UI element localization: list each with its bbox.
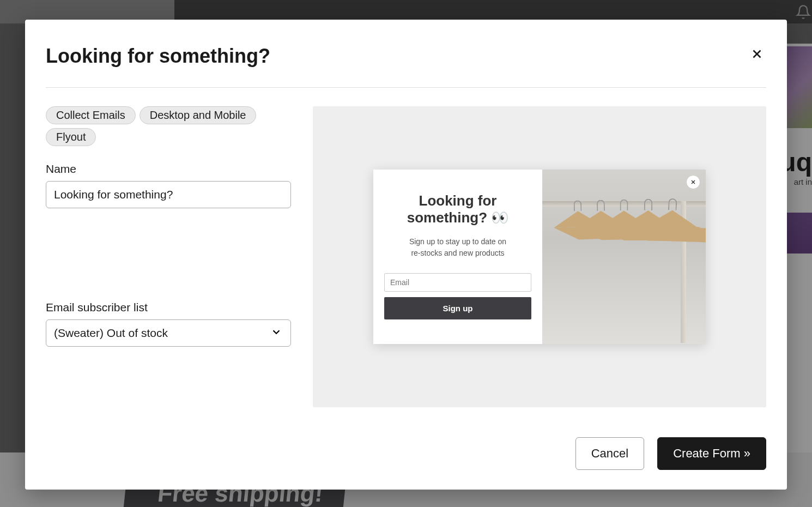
email-list-label: Email subscriber list: [46, 301, 291, 314]
form-column: Collect Emails Desktop and Mobile Flyout…: [46, 106, 291, 407]
modal-header: Looking for something?: [46, 20, 766, 88]
modal-footer: Cancel Create Form »: [575, 437, 766, 470]
cancel-button[interactable]: Cancel: [575, 437, 644, 470]
preview-content: Looking for something? 👀 Sign up to stay…: [373, 170, 542, 344]
preview-signup-button[interactable]: Sign up: [384, 297, 531, 319]
close-button[interactable]: [748, 45, 766, 65]
preview-image: [542, 170, 706, 344]
tag-list: Collect Emails Desktop and Mobile Flyout: [46, 106, 291, 146]
email-list-select-wrap: (Sweater) Out of stock: [46, 319, 291, 347]
modal-body: Collect Emails Desktop and Mobile Flyout…: [25, 88, 787, 407]
email-list-field-group: Email subscriber list (Sweater) Out of s…: [46, 301, 291, 347]
tag-desktop-mobile: Desktop and Mobile: [140, 106, 257, 124]
preview-close-button[interactable]: [686, 175, 700, 189]
preview-subtitle-line2: re-stocks and new products: [411, 249, 504, 257]
preview-column: Looking for something? 👀 Sign up to stay…: [313, 106, 766, 407]
modal-title: Looking for something?: [46, 45, 270, 68]
close-icon: [690, 179, 696, 185]
tag-flyout: Flyout: [46, 128, 96, 146]
name-label: Name: [46, 162, 291, 176]
preview-card: Looking for something? 👀 Sign up to stay…: [373, 170, 706, 344]
name-field-group: Name: [46, 162, 291, 208]
preview-subtitle-line1: Sign up to stay up to date on: [409, 237, 506, 246]
create-form-button[interactable]: Create Form »: [657, 437, 766, 470]
name-input[interactable]: [46, 181, 291, 208]
hanger-icon: [645, 207, 699, 238]
create-form-modal: Looking for something? Collect Emails De…: [25, 20, 787, 490]
tag-collect-emails: Collect Emails: [46, 106, 136, 124]
preview-title: Looking for something? 👀: [384, 192, 531, 226]
preview-email-input[interactable]: [384, 273, 531, 292]
close-icon: [750, 47, 764, 61]
email-list-select[interactable]: (Sweater) Out of stock: [46, 319, 291, 347]
preview-subtitle: Sign up to stay up to date on re-stocks …: [409, 236, 506, 259]
